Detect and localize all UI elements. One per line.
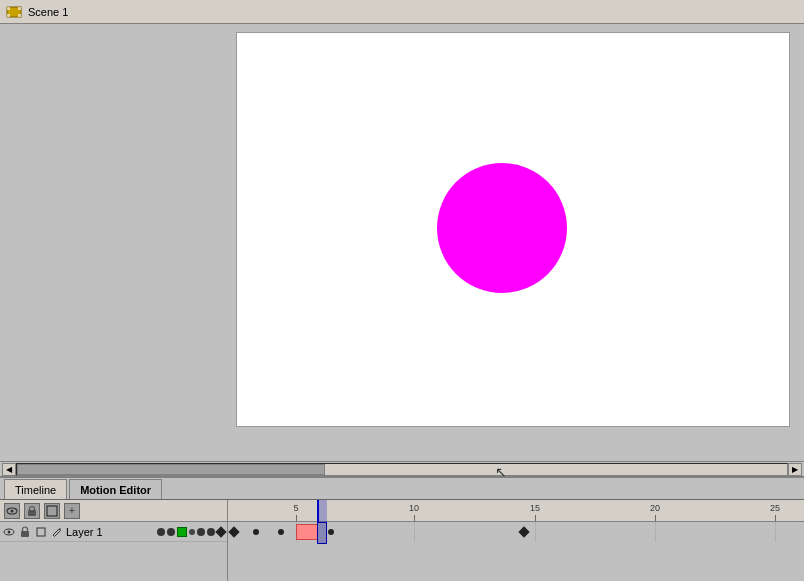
playhead-marker [317,500,327,522]
layer-dot-2 [189,529,195,535]
svg-rect-2 [18,7,21,10]
keyframe-1[interactable] [228,526,239,537]
grid-line-4 [655,522,656,542]
frame-ruler: 5 10 15 20 25 [228,500,804,522]
layer-dot-3 [197,528,205,536]
canvas-area [228,24,804,461]
svg-point-6 [11,509,14,512]
timeline-header: + [0,500,227,522]
tab-timeline[interactable]: Timeline [4,479,67,499]
tab-bar: Timeline Motion Editor [0,478,804,500]
layer-diamond [215,526,226,537]
scroll-track[interactable] [16,463,788,476]
ruler-label-5: 5 [293,503,298,513]
lock-icon[interactable] [24,503,40,519]
layer-row: Layer 1 [0,522,227,542]
tab-motion-editor[interactable]: Motion Editor [69,479,162,499]
frame-cells[interactable] [228,522,804,542]
frame-dot-2 [278,529,284,535]
tick-5 [296,515,297,521]
layer-name: Layer 1 [66,526,155,538]
keyframe-end[interactable] [518,526,529,537]
horizontal-scrollbar[interactable]: ◀ ▶ ↖ [0,461,804,476]
frame-dot-1 [253,529,259,535]
ruler-label-10: 10 [409,503,419,513]
svg-rect-12 [37,528,45,536]
bottom-panel: Timeline Motion Editor [0,476,804,581]
title-bar: Scene 1 [0,0,804,24]
timeline-frames[interactable]: 5 10 15 20 25 [228,500,804,581]
ruler-label-20: 20 [650,503,660,513]
frame-dot-3 [328,529,334,535]
timeline-left-panel: + [0,500,228,581]
svg-rect-7 [28,510,36,516]
grid-line-3 [535,522,536,542]
svg-rect-11 [21,531,29,537]
ruler-label-25: 25 [770,503,780,513]
layer-outline-toggle[interactable] [34,525,48,539]
layer-dot-4 [207,528,215,536]
new-layer-icon[interactable]: + [64,503,80,519]
current-frame-indicator [317,522,327,544]
tick-15 [535,515,536,521]
layer-lock-toggle[interactable] [18,525,32,539]
stage [236,32,790,427]
keyframe-block[interactable] [296,524,318,540]
scroll-right-button[interactable]: ▶ [788,463,802,476]
title-text: Scene 1 [28,6,68,18]
timeline-content: + [0,500,804,581]
layer-color-square[interactable] [177,527,187,537]
visibility-icon[interactable] [4,503,20,519]
grid-line-5 [775,522,776,542]
tick-25 [775,515,776,521]
scroll-thumb[interactable] [17,464,325,475]
left-panel [0,24,228,461]
layer-color-dot [157,528,165,536]
svg-rect-8 [47,506,57,516]
layer-visibility-toggle[interactable] [2,525,16,539]
ruler-label-15: 15 [530,503,540,513]
tick-20 [655,515,656,521]
layer-dot-1 [167,528,175,536]
svg-rect-4 [18,14,21,17]
grid-line-2 [414,522,415,542]
circle-object[interactable] [437,163,567,293]
scene-icon [6,4,22,20]
scroll-left-button[interactable]: ◀ [2,463,16,476]
svg-rect-1 [7,7,10,10]
main-area [0,24,804,461]
svg-point-10 [8,530,11,533]
layer-type-icon[interactable] [44,503,60,519]
layer-edit-icon[interactable] [50,525,64,539]
tick-10 [414,515,415,521]
svg-rect-3 [7,14,10,17]
